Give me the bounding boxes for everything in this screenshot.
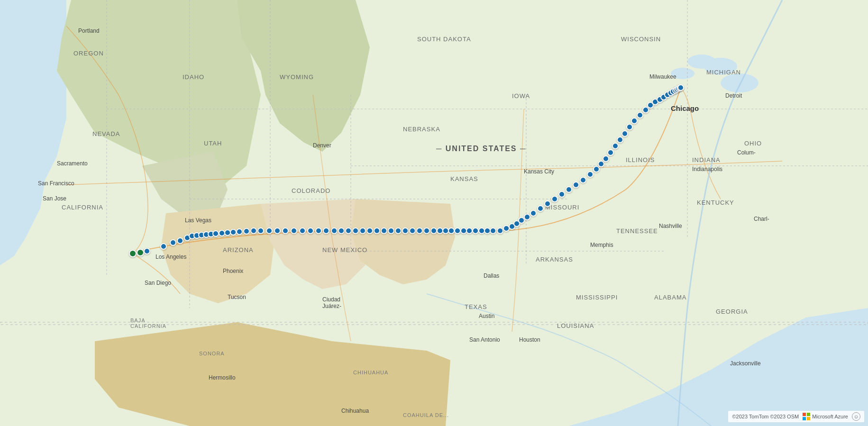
route-dot-42 bbox=[423, 227, 430, 234]
label-san-jose: San Jose bbox=[43, 195, 66, 202]
route-dot-33 bbox=[359, 227, 366, 234]
label-idaho: IDAHO bbox=[183, 73, 204, 81]
route-dot-30 bbox=[338, 227, 345, 234]
route-dot-54 bbox=[497, 227, 503, 234]
feedback-icon[interactable]: ☺ bbox=[852, 412, 860, 421]
microsoft-azure-label: Microsoft Azure bbox=[803, 413, 848, 420]
label-austin: Austin bbox=[479, 313, 494, 319]
route-dot-26 bbox=[307, 227, 314, 234]
tomtom-credit: ©2023 TomTom ©2023 OSM bbox=[732, 414, 799, 419]
label-sonora: SONORA bbox=[199, 351, 225, 356]
label-baja-california: BAJACALIFORNIA bbox=[130, 317, 166, 329]
route-dot-61 bbox=[537, 205, 544, 212]
route-dot-73 bbox=[612, 143, 619, 149]
label-tennessee: TENNESSEE bbox=[616, 227, 658, 235]
svg-rect-27 bbox=[807, 413, 810, 416]
route-dot-19 bbox=[250, 227, 257, 234]
route-dot-75 bbox=[621, 130, 628, 137]
label-mississippi: MISSISSIPPI bbox=[576, 294, 618, 301]
route-dot-53 bbox=[490, 227, 496, 234]
route-dot-6 bbox=[177, 237, 183, 244]
label-iowa: IOWA bbox=[512, 92, 530, 100]
svg-marker-7 bbox=[427, 308, 868, 426]
label-ciudad-juarez: CiudadJuárez- bbox=[322, 296, 341, 309]
route-dot-32 bbox=[352, 227, 359, 234]
route-dot-16 bbox=[230, 229, 237, 236]
svg-marker-13 bbox=[351, 199, 455, 284]
svg-point-5 bbox=[671, 68, 694, 79]
svg-marker-11 bbox=[161, 204, 275, 303]
label-united-states: ─ UNITED STATES ─ bbox=[436, 145, 526, 153]
label-indianapolis: Indianapolis bbox=[692, 166, 722, 172]
map-container: OREGON IDAHO WYOMING SOUTH DAKOTA NEVADA… bbox=[0, 0, 868, 426]
route-dot-13 bbox=[212, 230, 219, 237]
route-dot-22 bbox=[274, 227, 281, 234]
label-san-francisco: San Francisco bbox=[38, 180, 74, 187]
route-dot-21 bbox=[266, 227, 273, 234]
route-dot-17 bbox=[236, 228, 243, 235]
label-los-angeles: Los Angeles bbox=[155, 254, 186, 260]
svg-point-6 bbox=[704, 58, 737, 75]
label-colum: Colum- bbox=[737, 149, 756, 156]
route-dot-18 bbox=[243, 228, 250, 235]
label-colorado: COLORADO bbox=[292, 187, 330, 194]
route-dot-50 bbox=[472, 227, 479, 234]
label-phoenix: Phoenix bbox=[223, 268, 243, 274]
label-coahuila: COAHUILA DE... bbox=[403, 412, 449, 418]
label-memphis: Memphis bbox=[590, 242, 613, 248]
route-dot-67 bbox=[580, 177, 586, 183]
svg-marker-14 bbox=[95, 322, 450, 426]
label-dallas: Dallas bbox=[484, 272, 499, 279]
route-dot-37 bbox=[388, 227, 394, 234]
svg-marker-9 bbox=[237, 0, 370, 152]
label-alabama: ALABAMA bbox=[654, 294, 686, 301]
label-arkansas: ARKANSAS bbox=[536, 256, 573, 263]
label-charl: Charl- bbox=[754, 216, 769, 222]
label-san-diego: San Diego bbox=[145, 280, 171, 286]
label-detroit: Detroit bbox=[725, 92, 742, 99]
svg-rect-0 bbox=[0, 0, 868, 426]
route-dot-38 bbox=[395, 227, 402, 234]
label-tucson: Tucson bbox=[228, 294, 246, 300]
label-texas: TEXAS bbox=[465, 303, 487, 310]
label-kentucky: KENTUCKY bbox=[697, 199, 734, 206]
label-ohio: OHIO bbox=[744, 140, 762, 147]
route-dot-72 bbox=[607, 149, 614, 156]
label-hermosillo: Hermosillo bbox=[209, 374, 236, 381]
route-dot-69 bbox=[593, 166, 600, 172]
label-louisiana: LOUISIANA bbox=[557, 322, 594, 329]
route-dot-59 bbox=[524, 214, 530, 220]
svg-marker-10 bbox=[142, 152, 228, 218]
label-chihuahua: Chihuahua bbox=[341, 408, 369, 414]
svg-marker-1 bbox=[0, 0, 868, 426]
svg-marker-8 bbox=[57, 0, 261, 190]
route-dot-70 bbox=[598, 161, 604, 167]
route-dot-46 bbox=[448, 227, 455, 234]
ms-logo-icon bbox=[803, 413, 810, 420]
label-california: CALIFORNIA bbox=[62, 204, 103, 211]
route-dot-49 bbox=[466, 227, 473, 234]
label-portland: Portland bbox=[78, 27, 100, 34]
route-dot-43 bbox=[430, 227, 437, 234]
route-dot-47 bbox=[454, 227, 461, 234]
svg-point-3 bbox=[721, 73, 758, 92]
route-dot-24 bbox=[291, 227, 297, 234]
label-south-dakota: SOUTH DAKOTA bbox=[417, 36, 471, 43]
label-nashville: Nashville bbox=[659, 223, 682, 229]
label-georgia: GEORGIA bbox=[716, 308, 748, 315]
route-dot-78 bbox=[637, 112, 643, 118]
svg-rect-29 bbox=[807, 417, 810, 420]
route-dot-68 bbox=[587, 171, 594, 178]
label-kansas-city: Kansas City bbox=[524, 168, 554, 175]
label-nevada: NEVADA bbox=[92, 130, 120, 137]
route-dot-41 bbox=[416, 227, 423, 234]
route-dot-71 bbox=[603, 155, 609, 162]
svg-rect-28 bbox=[803, 417, 806, 420]
svg-marker-12 bbox=[261, 199, 370, 289]
label-chihuahua-state: CHIHUAHUA bbox=[353, 370, 388, 375]
route-dot-20 bbox=[257, 227, 264, 234]
route-dot-31 bbox=[345, 227, 352, 234]
label-nebraska: NEBRASKA bbox=[403, 126, 440, 133]
map-attribution: ©2023 TomTom ©2023 OSM Microsoft Azure ☺ bbox=[728, 411, 864, 422]
label-san-antonio: San Antonio bbox=[469, 336, 500, 343]
